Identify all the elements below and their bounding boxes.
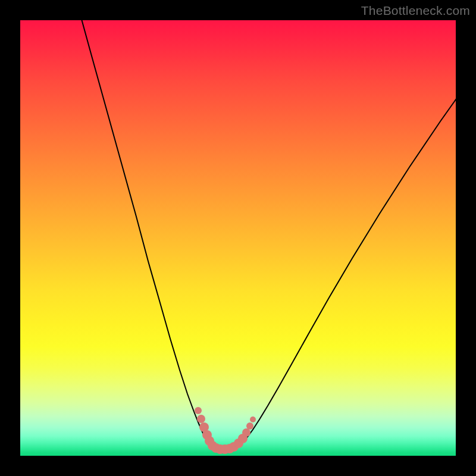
marker-dots	[195, 407, 256, 454]
chart-frame: TheBottleneck.com	[0, 0, 476, 476]
marker-dot	[195, 407, 202, 414]
marker-dot	[197, 415, 205, 423]
bottleneck-curve	[20, 20, 456, 456]
plot-area	[20, 20, 456, 456]
marker-dot	[246, 422, 253, 430]
curve-path	[79, 20, 456, 450]
marker-dot	[242, 428, 250, 437]
marker-dot	[250, 416, 256, 422]
watermark-text: TheBottleneck.com	[361, 4, 470, 18]
